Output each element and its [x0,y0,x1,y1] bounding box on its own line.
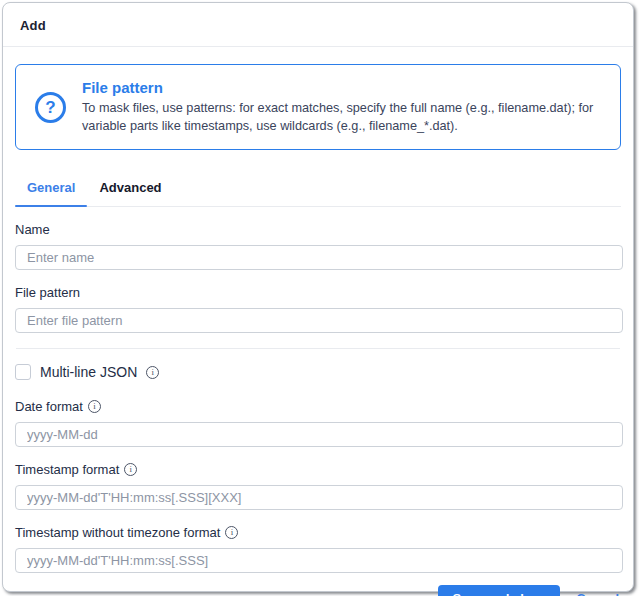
info-box-description: To mask files, use patterns: for exact m… [82,99,604,135]
timestamp-format-input[interactable] [15,485,623,510]
multiline-json-info-icon[interactable]: i [146,366,159,379]
name-label: Name [15,222,50,237]
tab-bar: General Advanced [15,171,621,207]
save-and-close-button[interactable]: Save and close [438,585,560,596]
file-pattern-field-group: File pattern [15,283,621,333]
dialog-body: ? File pattern To mask files, use patter… [3,47,633,573]
timestamp-format-field-group: Timestamp format i [15,460,621,510]
name-input[interactable] [15,245,623,270]
tab-general[interactable]: General [15,171,87,206]
date-format-label-text: Date format [15,399,83,414]
tab-advanced[interactable]: Advanced [87,171,173,206]
file-pattern-info-box: ? File pattern To mask files, use patter… [15,64,621,150]
section-divider [16,348,620,349]
timestamp-format-info-icon[interactable]: i [124,463,137,476]
file-pattern-label: File pattern [15,285,80,300]
timestamp-without-timezone-info-icon[interactable]: i [225,526,238,539]
date-format-field-group: Date format i [15,397,621,447]
multiline-json-checkbox[interactable] [15,364,31,380]
multiline-json-label: Multi-line JSON [40,364,137,380]
name-field-group: Name [15,220,621,270]
timestamp-format-label-text: Timestamp format [15,462,119,477]
info-box-title: File pattern [82,79,604,96]
cancel-button[interactable]: Cancel [576,591,619,596]
date-format-info-icon[interactable]: i [88,400,101,413]
timestamp-format-label: Timestamp format i [15,462,137,477]
info-box-content: File pattern To mask files, use patterns… [82,79,604,135]
dialog-title: Add [20,18,46,33]
date-format-input[interactable] [15,422,623,447]
multiline-json-row: Multi-line JSON i [15,364,621,380]
timestamp-without-timezone-input[interactable] [15,548,623,573]
add-dialog: Add ? File pattern To mask files, use pa… [2,2,634,592]
timestamp-without-timezone-label: Timestamp without timezone format i [15,525,238,540]
timestamp-without-timezone-field-group: Timestamp without timezone format i [15,523,621,573]
file-pattern-input[interactable] [15,308,623,333]
dialog-footer: Save and close Cancel [3,573,633,596]
dialog-header: Add [3,3,633,47]
timestamp-without-timezone-label-text: Timestamp without timezone format [15,525,220,540]
date-format-label: Date format i [15,399,101,414]
question-mark-icon: ? [35,92,66,123]
